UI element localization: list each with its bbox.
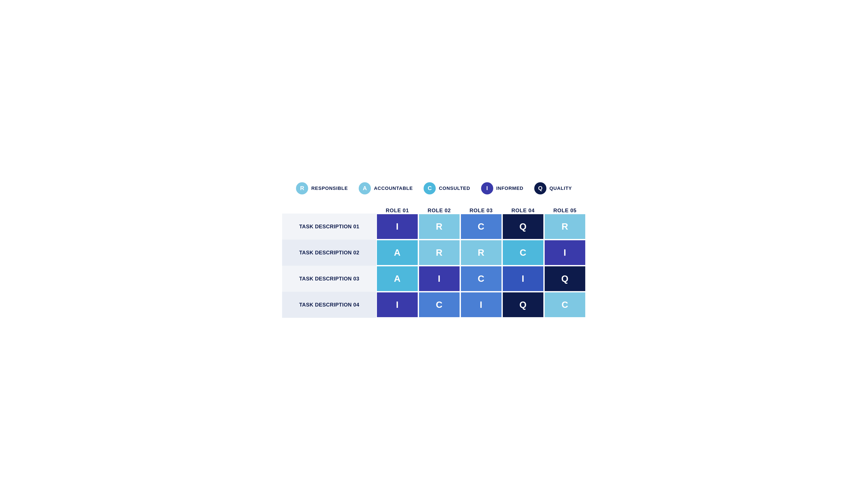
legend-label-responsible: RESPONSIBLE [311, 185, 348, 191]
cell-r1-c4: Q [502, 213, 544, 240]
cell-r4-c5: C [544, 292, 586, 318]
task-label-4: TASK DESCRIPTION 04 [282, 292, 376, 318]
cell-r3-c4: I [502, 266, 544, 292]
legend-label-consulted: CONSULTED [439, 185, 470, 191]
cell-r3-c5: Q [544, 266, 586, 292]
col-header-3: ROLE 03 [460, 207, 502, 213]
legend-item-quality: Q QUALITY [534, 182, 572, 195]
table-row: TASK DESCRIPTION 02ARRCI [282, 240, 586, 266]
cell-r4-c4: Q [502, 292, 544, 318]
cell-r2-c5: I [544, 240, 586, 266]
cell-r1-c3: C [460, 213, 502, 240]
table-row: TASK DESCRIPTION 03AICIQ [282, 266, 586, 292]
task-label-2: TASK DESCRIPTION 02 [282, 240, 376, 266]
task-label-1: TASK DESCRIPTION 01 [282, 213, 376, 240]
table-row: TASK DESCRIPTION 04ICIQC [282, 292, 586, 318]
matrix-wrapper: ROLE 01ROLE 02ROLE 03ROLE 04ROLE 05TASK … [282, 207, 586, 318]
cell-r1-c2: R [418, 213, 460, 240]
legend-item-consulted: C CONSULTED [424, 182, 470, 195]
legend-circle-responsible: R [296, 182, 308, 195]
cell-r3-c2: I [418, 266, 460, 292]
main-container: R RESPONSIBLE A ACCOUNTABLE C CONSULTED … [282, 171, 586, 318]
col-header-5: ROLE 05 [544, 207, 586, 213]
cell-r1-c5: R [544, 213, 586, 240]
legend-circle-consulted: C [424, 182, 436, 195]
legend-label-informed: INFORMED [496, 185, 523, 191]
col-header-2: ROLE 02 [418, 207, 460, 213]
cell-r2-c4: C [502, 240, 544, 266]
cell-r2-c2: R [418, 240, 460, 266]
cell-r3-c3: C [460, 266, 502, 292]
cell-r4-c1: I [376, 292, 418, 318]
cell-r1-c1: I [376, 213, 418, 240]
matrix-table: ROLE 01ROLE 02ROLE 03ROLE 04ROLE 05TASK … [282, 207, 586, 318]
matrix-corner [282, 207, 376, 213]
legend-item-responsible: R RESPONSIBLE [296, 182, 348, 195]
legend-label-quality: QUALITY [550, 185, 572, 191]
legend-circle-accountable: A [359, 182, 371, 195]
task-label-3: TASK DESCRIPTION 03 [282, 266, 376, 292]
cell-r3-c1: A [376, 266, 418, 292]
col-header-1: ROLE 01 [376, 207, 418, 213]
col-header-4: ROLE 04 [502, 207, 544, 213]
legend-label-accountable: ACCOUNTABLE [374, 185, 413, 191]
cell-r4-c3: I [460, 292, 502, 318]
cell-r4-c2: C [418, 292, 460, 318]
cell-r2-c1: A [376, 240, 418, 266]
table-row: TASK DESCRIPTION 01IRCQR [282, 213, 586, 240]
legend-circle-quality: Q [534, 182, 547, 195]
legend-circle-informed: I [481, 182, 493, 195]
legend-item-accountable: A ACCOUNTABLE [359, 182, 413, 195]
legend: R RESPONSIBLE A ACCOUNTABLE C CONSULTED … [282, 182, 586, 195]
legend-item-informed: I INFORMED [481, 182, 523, 195]
cell-r2-c3: R [460, 240, 502, 266]
